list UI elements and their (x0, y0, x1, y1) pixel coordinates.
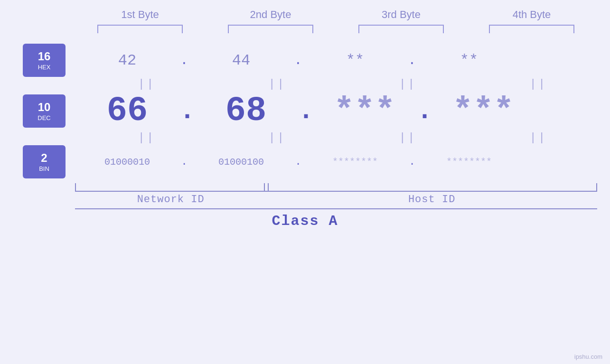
dec-base-num: 10 (38, 101, 51, 114)
eq4: || (486, 78, 591, 91)
bin-label: 2 BIN (23, 145, 66, 178)
byte1-header: 1st Byte (88, 9, 192, 21)
dot-hex-1: . (179, 53, 189, 68)
hex-b3: ** (303, 52, 407, 69)
dec-b4: *** (431, 92, 535, 131)
main-container: 1st Byte 2nd Byte 3rd Byte 4th Byte 16 H… (0, 0, 610, 364)
eq5: || (94, 131, 199, 144)
dec-b2: 68 (194, 92, 298, 131)
bottom-brackets (75, 183, 597, 192)
eq2: || (225, 78, 329, 91)
byte3-header: 3rd Byte (349, 9, 453, 21)
watermark: ipshu.com (574, 353, 602, 360)
dec-label: 10 DEC (23, 94, 66, 128)
dec-b3: *** (312, 92, 417, 131)
bin-b1: 01000010 (75, 157, 179, 168)
dot-bin-2: . (293, 156, 303, 168)
class-label: Class A (0, 213, 610, 229)
bin-b3: ******** (303, 157, 407, 168)
hex-values: 42 . 44 . ** . ** (75, 52, 601, 69)
host-id-label: Host ID (267, 194, 597, 205)
byte2-header: 2nd Byte (218, 9, 323, 21)
bin-row: 2 BIN 01000010 . 01000100 . ******** . *… (0, 145, 610, 178)
hex-base-text: HEX (38, 64, 51, 71)
bracket-b3 (358, 25, 444, 33)
hex-base-num: 16 (38, 50, 51, 64)
bin-base-num: 2 (41, 151, 47, 165)
hex-b4: ** (417, 52, 521, 69)
hex-row: 16 HEX 42 . 44 . ** . ** (0, 44, 610, 77)
equals-hex-dec: || || || || (82, 77, 604, 92)
byte4-header: 4th Byte (479, 9, 584, 21)
eq8: || (486, 131, 591, 144)
hex-label: 16 HEX (23, 44, 66, 77)
equals-dec-bin: || || || || (82, 131, 604, 145)
bin-values: 01000010 . 01000100 . ******** . *******… (75, 156, 601, 168)
hex-b2: 44 (189, 52, 293, 69)
hex-b1: 42 (75, 52, 179, 69)
eq6: || (225, 131, 329, 144)
bin-b2: 01000100 (189, 157, 293, 168)
dot-dec-2: . (298, 96, 312, 126)
dec-base-text: DEC (38, 114, 50, 122)
network-bracket (75, 183, 269, 192)
dot-dec-1: . (179, 96, 194, 126)
bin-b4: ******** (417, 157, 521, 168)
host-bracket (264, 183, 597, 192)
dot-hex-2: . (293, 53, 303, 68)
bracket-b1 (97, 25, 183, 33)
eq3: || (356, 78, 460, 91)
id-labels: Network ID Host ID (75, 194, 597, 205)
dec-row: 10 DEC 66 . 68 . *** . *** (0, 92, 610, 131)
dec-values: 66 . 68 . *** . *** (75, 92, 601, 131)
dot-bin-3: . (407, 156, 417, 168)
dot-bin-1: . (179, 156, 189, 168)
eq7: || (356, 131, 460, 144)
top-brackets (75, 25, 597, 33)
network-id-label: Network ID (75, 194, 267, 205)
dot-hex-3: . (407, 53, 417, 68)
eq1: || (94, 78, 199, 91)
dec-b1: 66 (75, 92, 179, 131)
dot-dec-3: . (417, 96, 431, 126)
bin-base-text: BIN (39, 165, 49, 173)
bracket-b4 (489, 25, 574, 33)
class-row-line (75, 208, 597, 209)
bracket-b2 (228, 25, 313, 33)
byte-headers: 1st Byte 2nd Byte 3rd Byte 4th Byte (75, 9, 597, 21)
